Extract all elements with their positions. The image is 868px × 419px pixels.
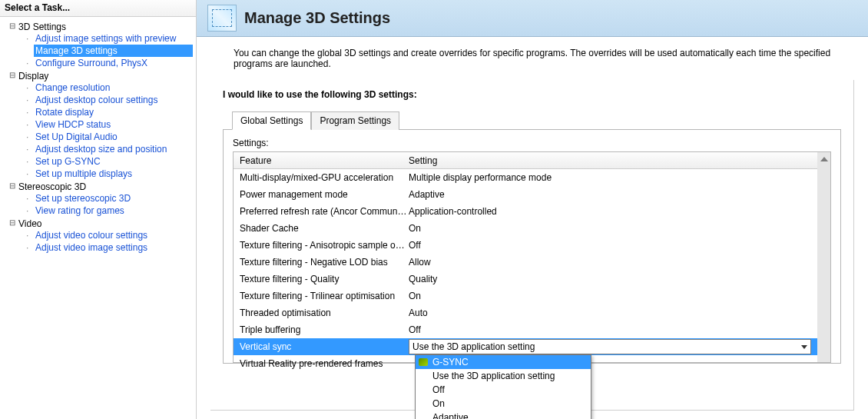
- grid-cell-value[interactable]: Auto: [409, 308, 811, 318]
- grid-cell-feature: Multi-display/mixed-GPU acceleration: [240, 172, 409, 183]
- grid-cell-value[interactable]: Multiple display performance mode: [409, 172, 811, 183]
- grid-row[interactable]: Triple bufferingOff: [234, 321, 817, 338]
- grid-cell-feature: Texture filtering - Trilinear optimisati…: [240, 291, 409, 301]
- col-value-header: Setting: [409, 155, 811, 166]
- grid-cell-value[interactable]: Allow: [409, 257, 811, 268]
- tree-group[interactable]: Stereoscopic 3D: [18, 181, 86, 192]
- dropdown-option[interactable]: On: [416, 397, 591, 411]
- tree-group[interactable]: Display: [18, 71, 48, 81]
- grid-row[interactable]: Multi-display/mixed-GPU accelerationMult…: [234, 169, 817, 186]
- page-header: Manage 3D Settings: [197, 0, 868, 37]
- grid-cell-feature: Virtual Reality pre-rendered frames: [240, 358, 409, 369]
- grid-row[interactable]: Power management modeAdaptive: [234, 186, 817, 203]
- tree-item[interactable]: View rating for games: [34, 205, 193, 217]
- grid-cell-feature: Texture filtering - Quality: [240, 274, 409, 284]
- tree-group[interactable]: 3D Settings: [18, 22, 66, 32]
- tree-item[interactable]: Change resolution: [34, 81, 193, 94]
- tree-item[interactable]: Adjust image settings with preview: [34, 32, 193, 45]
- dropdown-option[interactable]: Use the 3D application setting: [416, 369, 591, 383]
- grid-header: Feature Setting: [234, 152, 817, 169]
- grid-cell-value[interactable]: Application-controlled: [409, 206, 811, 217]
- grid-cell-value[interactable]: Quality: [409, 274, 811, 284]
- grid-cell-value[interactable]: Adaptive: [409, 189, 811, 200]
- tree-item[interactable]: Configure Surround, PhysX: [34, 57, 193, 69]
- tree-item[interactable]: Set up G-SYNC: [34, 155, 193, 168]
- grid-cell-feature: Power management mode: [240, 189, 409, 200]
- grid-row[interactable]: Threaded optimisationAuto: [234, 304, 817, 321]
- grid-cell-feature: Texture filtering - Negative LOD bias: [240, 257, 409, 268]
- nvidia-3d-icon: [207, 5, 237, 32]
- sidebar-title: Select a Task...: [0, 0, 196, 17]
- grid-cell-value[interactable]: On: [409, 291, 811, 301]
- grid-cell-value[interactable]: Off: [409, 324, 811, 335]
- tree-item[interactable]: Set up multiple displays: [34, 168, 193, 180]
- settings-pane: I would like to use the following 3D set…: [210, 80, 854, 411]
- tree-group[interactable]: Video: [18, 218, 41, 229]
- tree-item[interactable]: Rotate display: [34, 106, 193, 118]
- grid-cell-feature: Threaded optimisation: [240, 308, 409, 318]
- grid-scrollbar[interactable]: Feature Setting Multi-display/mixed-GPU …: [234, 152, 830, 362]
- dropdown-option[interactable]: Off: [416, 383, 591, 397]
- main-panel: Manage 3D Settings You can change the gl…: [197, 0, 868, 419]
- grid-row[interactable]: Preferred refresh rate (Ancor Communicat…: [234, 203, 817, 220]
- grid-row[interactable]: Texture filtering - Anisotropic sample o…: [234, 237, 817, 254]
- tree-item[interactable]: Adjust video image settings: [34, 241, 193, 254]
- grid-row[interactable]: Shader CacheOn: [234, 220, 817, 237]
- grid-row[interactable]: Vertical syncUse the 3D application sett…: [234, 338, 817, 355]
- tree-item[interactable]: Set Up Digital Audio: [34, 131, 193, 143]
- grid-row[interactable]: Texture filtering - Negative LOD biasAll…: [234, 254, 817, 271]
- grid-row[interactable]: Texture filtering - Trilinear optimisati…: [234, 288, 817, 304]
- grid-cell-value[interactable]: Use the 3D application setting: [409, 339, 811, 354]
- vertical-sync-dropdown[interactable]: G-SYNCUse the 3D application settingOffO…: [415, 354, 591, 419]
- tree-item[interactable]: Adjust video colour settings: [34, 229, 193, 241]
- tab[interactable]: Global Settings: [232, 111, 311, 130]
- tree-item[interactable]: Set up stereoscopic 3D: [34, 192, 193, 205]
- grid-cell-feature: Triple buffering: [240, 324, 409, 335]
- settings-label: Settings:: [233, 138, 831, 148]
- grid-cell-value[interactable]: On: [409, 223, 811, 234]
- grid-cell-feature: Texture filtering - Anisotropic sample o…: [240, 240, 409, 251]
- tree-item[interactable]: Adjust desktop size and position: [34, 143, 193, 155]
- grid-cell-value[interactable]: Off: [409, 240, 811, 251]
- col-feature-header: Feature: [240, 155, 409, 166]
- dropdown-option[interactable]: G-SYNC: [416, 355, 591, 369]
- tab[interactable]: Program Settings: [311, 111, 399, 130]
- tab-content: Settings: Feature Setting Multi-display/…: [223, 129, 841, 364]
- sidebar: Select a Task... 3D SettingsAdjust image…: [0, 0, 197, 419]
- settings-heading: I would like to use the following 3D set…: [223, 89, 841, 100]
- task-tree: 3D SettingsAdjust image settings with pr…: [0, 17, 196, 254]
- settings-grid: Feature Setting Multi-display/mixed-GPU …: [233, 151, 831, 363]
- tree-item[interactable]: View HDCP status: [34, 118, 193, 131]
- grid-cell-feature: Shader Cache: [240, 223, 409, 234]
- grid-cell-feature: Preferred refresh rate (Ancor Communicat…: [240, 206, 409, 217]
- grid-cell-feature: Vertical sync: [240, 341, 409, 352]
- tab-strip: Global SettingsProgram Settings: [232, 111, 841, 129]
- tree-item[interactable]: Adjust desktop colour settings: [34, 94, 193, 106]
- dropdown-option[interactable]: Adaptive: [416, 411, 591, 419]
- page-intro: You can change the global 3D settings an…: [197, 37, 868, 80]
- grid-row[interactable]: Texture filtering - QualityQuality: [234, 271, 817, 288]
- page-title: Manage 3D Settings: [244, 9, 390, 27]
- tree-item[interactable]: Manage 3D settings: [34, 45, 193, 57]
